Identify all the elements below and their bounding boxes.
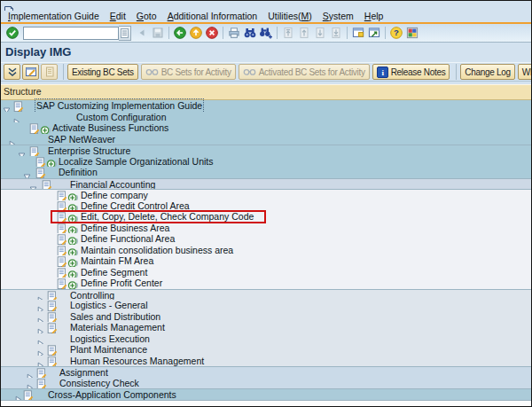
tree-row: Definition (1, 167, 531, 178)
bc-sets-for-activity-button: BC Sets for Activity (141, 64, 236, 80)
new-session-icon[interactable] (350, 26, 366, 41)
page-down-icon (312, 26, 328, 41)
img-tree: SAP Customizing Implementation GuideCust… (1, 100, 531, 400)
menu-item-additional-information[interactable]: Additional Information (162, 11, 263, 22)
exit-icon[interactable] (188, 26, 204, 41)
expand-subtree-button[interactable] (4, 64, 20, 80)
sap-gui-window: Implementation GuideEditGotoAdditional I… (0, 0, 532, 407)
display-key-button[interactable] (22, 64, 39, 80)
glasses-icon (243, 67, 256, 76)
svg-text:?: ? (394, 27, 399, 37)
button-label: Release Notes (391, 67, 446, 77)
release-notes-button[interactable]: iRelease Notes (372, 64, 450, 80)
tree-row: Enterprise Structure (1, 145, 531, 156)
tree-item-maintain-fm-area[interactable]: Maintain FM Area (81, 255, 153, 267)
tree-item-define-business-area[interactable]: Define Business Area (81, 223, 169, 234)
tree-row: Logistics Execution (1, 333, 531, 345)
tree-row: SAP NetWeaver (1, 134, 531, 145)
create-shortcut-icon[interactable] (366, 26, 382, 41)
bottom-strip (1, 400, 531, 406)
toolbar-separator (347, 27, 348, 39)
button-label: Where Else Used (522, 67, 532, 77)
toolbar-separator (168, 27, 169, 39)
tree-row: Activate Business Functions (1, 122, 531, 134)
toolbar-separator (385, 27, 386, 39)
tree-item-define-credit-control-area[interactable]: Define Credit Control Area (81, 200, 190, 212)
toolbar-separator (456, 64, 457, 80)
title-strip (1, 1, 531, 11)
menu-item-goto[interactable]: Goto (131, 11, 162, 22)
tree-row: Logistics - General (1, 300, 531, 311)
tree-row: Cross-Application Components (1, 388, 531, 400)
change-log-button[interactable]: Change Log (460, 64, 515, 80)
tree-row: Materials Management (1, 322, 531, 333)
copy-button (41, 64, 58, 80)
find-icon[interactable] (242, 26, 258, 41)
tree-row: Define company (1, 189, 531, 200)
find-next-icon[interactable] (258, 26, 274, 41)
tree-item-materials-management[interactable]: Materials Management (70, 322, 165, 333)
tree-item-custom-configuration[interactable]: Custom Configuration (76, 112, 167, 123)
command-field-group (23, 26, 131, 41)
toolbar-separator (277, 27, 278, 39)
tree-item-define-segment[interactable]: Define Segment (81, 267, 147, 278)
tree-row: Define Functional Area (1, 233, 531, 245)
command-field[interactable] (23, 27, 119, 40)
cancel-icon[interactable] (204, 26, 220, 41)
button-label: Change Log (465, 67, 511, 77)
tree-item-sap-netweaver[interactable]: SAP NetWeaver (48, 134, 115, 145)
menu-bar: Implementation GuideEditGotoAdditional I… (1, 11, 531, 22)
tree-item-logistics-general[interactable]: Logistics - General (70, 300, 148, 311)
tree-row: Financial Accounting (1, 178, 531, 190)
menu-item-implementation-guide[interactable]: Implementation Guide (3, 11, 105, 22)
tree-item-activate-business-functions[interactable]: Activate Business Functions (52, 122, 168, 134)
tree-row: Edit, Copy, Delete, Check Company Code (1, 211, 531, 223)
menu-item-utilities-m[interactable]: Utilities(M) (262, 11, 317, 22)
tree-item-edit-copy-delete-check-company-code[interactable]: Edit, Copy, Delete, Check Company Code (81, 211, 254, 223)
command-history-dropdown-icon[interactable] (119, 26, 131, 41)
existing-bc-sets-button[interactable]: Existing BC Sets (67, 64, 138, 80)
menu-item-help[interactable]: Help (359, 11, 389, 22)
menu-item-edit[interactable]: Edit (105, 11, 131, 22)
tree-row: Define Segment (1, 267, 531, 278)
button-label: BC Sets for Activity (161, 67, 231, 77)
first-page-icon (280, 26, 296, 41)
tree-row: Maintain consolidation business area (1, 245, 531, 256)
tree-item-plant-maintenance[interactable]: Plant Maintenance (70, 344, 147, 356)
enter-icon[interactable] (4, 26, 20, 41)
help-icon[interactable]: ? (388, 26, 404, 41)
tree-item-definition[interactable]: Definition (59, 167, 98, 178)
tree-row: Controlling (1, 289, 531, 301)
tree-row: Define Profit Center (1, 278, 531, 289)
tree-row: Plant Maintenance (1, 344, 531, 356)
tree-item-human-resources-management[interactable]: Human Resources Management (70, 356, 204, 367)
tree-row: Define Business Area (1, 223, 531, 234)
customize-layout-icon[interactable] (404, 26, 420, 41)
tree-row: Maintain FM Area (1, 255, 531, 267)
toolbar-separator (63, 64, 64, 80)
button-label: Activated BC Sets for Activity (259, 67, 365, 77)
tree-item-define-profit-center[interactable]: Define Profit Center (81, 278, 162, 289)
last-page-icon (328, 26, 344, 41)
tree-item-maintain-consolidation-business-area[interactable]: Maintain consolidation business area (81, 245, 233, 256)
tree-item-localize-sample-organizational-units[interactable]: Localize Sample Organizational Units (59, 156, 214, 168)
tree-item-cross-application-components[interactable]: Cross-Application Components (48, 389, 176, 401)
tree-item-logistics-execution[interactable]: Logistics Execution (70, 333, 150, 345)
tree-item-sap-customizing-implementation-guide[interactable]: SAP Customizing Implementation Guide (36, 100, 202, 112)
application-toolbar: Existing BC SetsBC Sets for ActivityActi… (1, 62, 531, 82)
tree-item-sales-and-distribution[interactable]: Sales and Distribution (70, 311, 160, 323)
tree-row: Human Resources Management (1, 356, 531, 367)
tree-item-consistency-check[interactable]: Consistency Check (59, 378, 139, 389)
back-icon[interactable] (172, 26, 188, 41)
print-icon[interactable] (226, 26, 242, 41)
tree-row: Define Credit Control Area (1, 200, 531, 212)
tree-row: Assignment (1, 366, 531, 378)
menu-item-system[interactable]: System (317, 11, 359, 22)
tree-row: Consistency Check (1, 378, 531, 389)
standard-toolbar: ? (1, 24, 531, 43)
tree-item-define-functional-area[interactable]: Define Functional Area (81, 233, 175, 245)
save-icon (150, 26, 166, 41)
where-else-used-button[interactable]: Where Else Used (518, 64, 532, 80)
tree-row: Sales and Distribution (1, 311, 531, 323)
history-back-icon (134, 26, 150, 41)
